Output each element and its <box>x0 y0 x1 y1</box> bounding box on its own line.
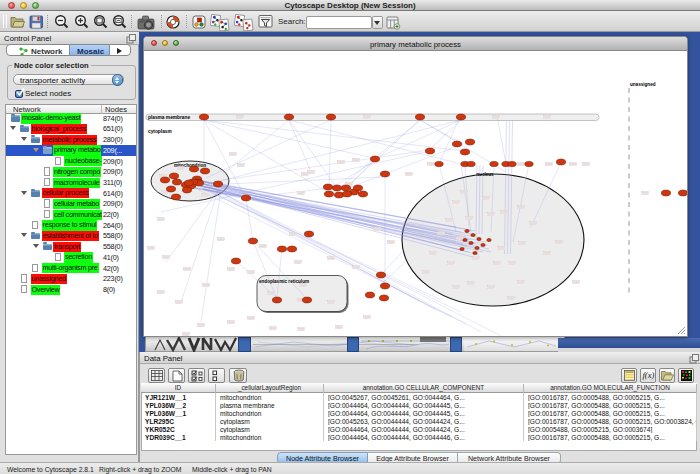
svg-text:cytoplasm: cytoplasm <box>148 129 172 134</box>
svg-text:plasma membrane: plasma membrane <box>148 115 190 120</box>
svg-text:unassigned: unassigned <box>630 82 656 87</box>
svg-text:endoplasmic reticulum: endoplasmic reticulum <box>259 278 309 283</box>
svg-text:nucleus: nucleus <box>476 171 494 176</box>
